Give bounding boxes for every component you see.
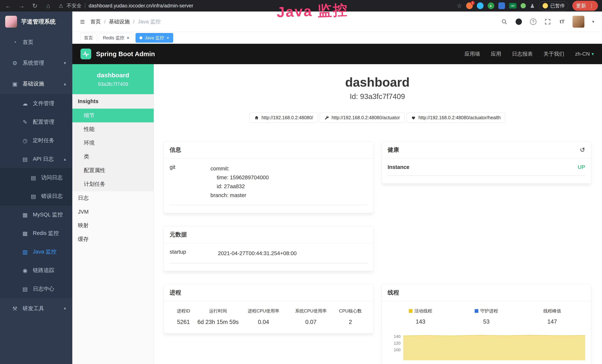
y-tick: 100 [394, 347, 401, 353]
page-subtitle: Id: 93a3fc7f7409 [163, 92, 591, 101]
sba-item-mappings[interactable]: 映射 [72, 219, 154, 232]
github-icon[interactable] [515, 19, 523, 25]
clock-icon: ◷ [21, 137, 29, 144]
stat-header: CPU核心数 [333, 308, 367, 314]
bookmark-star-icon[interactable]: ☆ [457, 2, 462, 9]
font-size-icon[interactable]: tT [558, 19, 566, 25]
sba-item-caches[interactable]: 缓存 [72, 232, 154, 246]
tab-redis-monitor[interactable]: Redis 监控 × [99, 33, 133, 43]
sba-nav-applications[interactable]: 应用 [491, 50, 501, 57]
user-avatar[interactable] [572, 16, 584, 28]
sidebar-item-file-management[interactable]: ☁ 文件管理 [0, 94, 72, 113]
close-icon[interactable]: × [166, 35, 169, 40]
screen-icon: ▥ [21, 249, 29, 255]
update-button[interactable]: 更新 ⋮ [572, 1, 598, 11]
extension-leaf-icon[interactable] [521, 3, 526, 8]
breadcrumb-home[interactable]: 首页 [90, 18, 101, 25]
sba-item-jvm[interactable]: JVM [72, 205, 154, 219]
app-logo-title: 芋道管理系统 [21, 18, 56, 26]
sba-item-scheduled-tasks[interactable]: 计划任务 [72, 177, 154, 191]
kebab-menu-icon[interactable]: ⋮ [589, 3, 594, 9]
forward-icon[interactable]: → [17, 2, 26, 10]
sba-nav-about[interactable]: 关于我们 [544, 50, 564, 57]
sba-language-select[interactable]: zh-CN ▾ [575, 51, 594, 57]
address-bar[interactable]: ⚠ 不安全 dashboard.yudao.iocoder.cn/infra/a… [59, 2, 452, 9]
sidebar-item-log-center[interactable]: ▤ 日志中心 [0, 280, 72, 298]
dashboard-icon: ◔ [11, 39, 19, 45]
search-icon[interactable] [500, 19, 508, 25]
stat-header: 进程CPU使用率 [239, 308, 288, 314]
sidebar-item-system-management[interactable]: ⚙ 系统管理 ▾ [0, 53, 72, 74]
document-icon: ▤ [21, 156, 29, 162]
close-icon[interactable]: × [127, 35, 129, 40]
sidebar-item-infrastructure[interactable]: ▣ 基础设施 ▴ [0, 74, 72, 94]
instance-name: dashboard [74, 72, 152, 79]
extension-drop-icon[interactable] [477, 2, 484, 9]
sba-item-details[interactable]: 细节 [72, 109, 154, 122]
sba-item-environment[interactable]: 环境 [72, 136, 154, 150]
back-icon[interactable]: ← [4, 2, 12, 10]
extension-grid-icon[interactable] [498, 2, 505, 9]
paused-badge[interactable]: 已暂停 [539, 1, 568, 11]
card-info-title: 信息 [164, 141, 373, 159]
layers-icon: ▩ [21, 230, 29, 237]
sba-item-loggers[interactable]: 日志 [72, 191, 154, 205]
link-actuator-url[interactable]: http://192.168.0.2:48080/actuator [320, 113, 405, 123]
fullscreen-icon[interactable] [544, 19, 552, 25]
chevron-down-icon: ▾ [64, 60, 66, 66]
sidebar-item-tracing[interactable]: ◉ 链路追踪 [0, 261, 72, 280]
reload-icon[interactable]: ↻ [31, 2, 39, 10]
legend-value: 147 [519, 318, 585, 325]
legend-value: 143 [388, 318, 453, 325]
screen: ← → ↻ ⌂ ⚠ 不安全 dashboard.yudao.iocoder.cn… [0, 0, 602, 364]
sba-item-beans[interactable]: 类 [72, 150, 154, 163]
url-text[interactable]: dashboard.yudao.iocoder.cn/infra/admin-s… [89, 3, 193, 9]
tab-home[interactable]: 首页 [80, 33, 97, 43]
sba-nav-wallboard[interactable]: 应用墙 [465, 50, 480, 57]
sidebar-item-access-logs[interactable]: ▤ 访问日志 [0, 168, 72, 187]
tag-tabs: 首页 Redis 监控 × Java 监控 × [72, 32, 602, 44]
monitor-icon: ▣ [11, 81, 19, 87]
sidebar-item-label: 首页 [23, 39, 33, 46]
sba-nav-journal[interactable]: 日志报表 [512, 50, 533, 57]
sidebar-item-config-management[interactable]: ✎ 配置管理 [0, 113, 72, 131]
sidebar-item-error-logs[interactable]: ▤ 错误日志 [0, 187, 72, 205]
extension-orange-icon[interactable]: 1 [466, 2, 473, 9]
sidebar-item-label: 链路追踪 [33, 267, 54, 274]
sidebar-item-scheduled-jobs[interactable]: ◷ 定时任务 [0, 131, 72, 150]
hamburger-icon[interactable]: ≡ [80, 17, 85, 26]
link-health-url[interactable]: http://192.168.0.2:48080/actuator/health [406, 113, 505, 123]
sba-content: dashboard Id: 93a3fc7f7409 http://192.16… [154, 64, 602, 364]
sidebar-item-java-monitor[interactable]: ▥ Java 监控 [0, 243, 72, 261]
link-service-url[interactable]: http://192.168.0.2:48080/ [249, 113, 318, 123]
info-commit: commit: [210, 164, 367, 173]
sba-logo-icon[interactable] [80, 49, 91, 59]
sidebar-item-api-logs[interactable]: ▤ API 日志 ▴ [0, 150, 72, 168]
sidebar-item-home[interactable]: ◔ 首页 [0, 32, 72, 53]
chevron-up-icon: ▴ [64, 81, 66, 86]
extension-play-icon[interactable]: ▸ [488, 2, 494, 9]
history-icon[interactable]: ↺ [580, 146, 585, 153]
security-label[interactable]: 不安全 [66, 2, 82, 9]
sidebar-item-dev-tools[interactable]: ⚒ 研发工具 ▾ [0, 298, 72, 319]
sba-brand[interactable]: Spring Boot Admin [96, 50, 155, 58]
url-divider [85, 3, 85, 9]
breadcrumb-infrastructure[interactable]: 基础设施 [109, 18, 129, 25]
help-icon[interactable]: ? [529, 19, 537, 25]
avatar-caret-icon[interactable]: ▾ [592, 19, 594, 24]
sidebar-item-mysql-monitor[interactable]: ▦ MySQL 监控 [0, 205, 72, 224]
info-commit-id: id: 27aa832 [210, 182, 367, 191]
extension-on-icon[interactable]: on [509, 3, 516, 9]
chevron-up-icon: ▴ [64, 157, 66, 162]
sba-item-config-props[interactable]: 配置属性 [72, 163, 154, 177]
sidebar-item-redis-monitor[interactable]: ▩ Redis 监控 [0, 224, 72, 243]
document-icon: ▤ [30, 174, 37, 181]
tab-java-monitor[interactable]: Java 监控 × [136, 33, 173, 43]
app-logo[interactable]: 芋道管理系统 [0, 11, 72, 32]
legend-value: 53 [453, 318, 519, 325]
browser-home-icon[interactable]: ⌂ [44, 2, 52, 10]
sba-instance-header[interactable]: dashboard 93a3fc7f7409 [72, 64, 154, 94]
sba-item-metrics[interactable]: 性能 [72, 122, 154, 136]
sidebar-item-label: 研发工具 [23, 305, 44, 312]
extension-pawn-icon[interactable]: ♟ [530, 3, 535, 9]
